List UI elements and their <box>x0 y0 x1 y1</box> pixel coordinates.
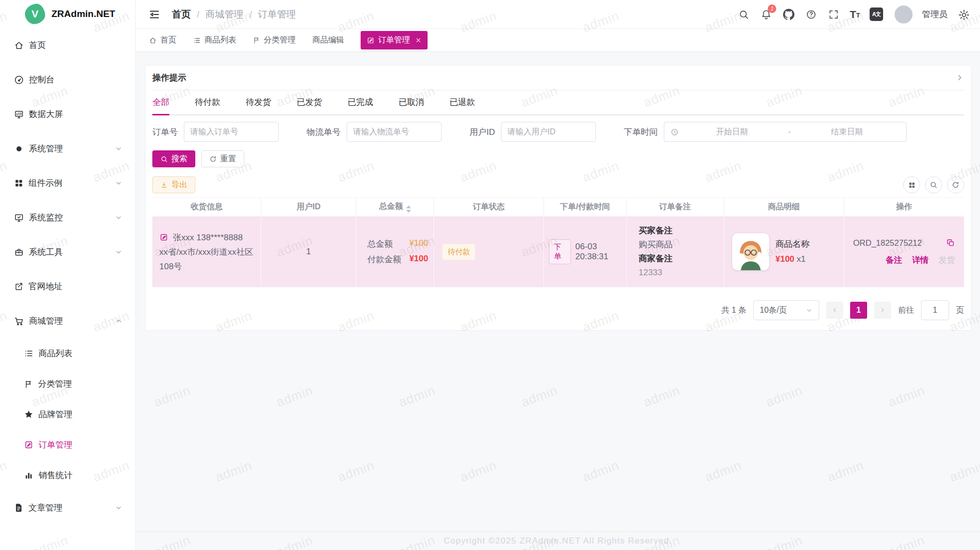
fullscreen-button[interactable] <box>827 8 840 21</box>
sidebar-item-brand[interactable]: 品牌管理 <box>0 399 135 430</box>
total-value: ¥100 <box>409 238 428 250</box>
tips-collapse-header[interactable]: 操作提示 <box>152 65 964 90</box>
tab-status-cancelled[interactable]: 已取消 <box>399 90 424 115</box>
note-action[interactable]: 备注 <box>886 255 902 266</box>
col-amount[interactable]: 总金额 <box>356 198 434 217</box>
sort-caret-icon[interactable] <box>406 205 411 213</box>
prev-page-button[interactable] <box>826 302 843 319</box>
help-button[interactable] <box>805 8 818 21</box>
github-button[interactable] <box>782 8 795 21</box>
edit-icon[interactable] <box>159 233 168 242</box>
breadcrumb-home[interactable]: 首页 <box>172 8 191 21</box>
sidebar-item-orders[interactable]: 订单管理 <box>0 430 135 460</box>
status-filter-tabs: 全部 待付款 待发货 已发货 已完成 已取消 已退款 <box>152 90 964 115</box>
tab-product-list[interactable]: 商品列表 <box>193 35 236 45</box>
sidebar-item-website[interactable]: 官网地址 <box>0 269 135 304</box>
chevron-down-icon <box>115 179 122 187</box>
time-cell: 下单 06-03 20:38:31 <box>549 239 621 264</box>
shipping-no-input[interactable] <box>347 122 442 142</box>
avatar[interactable] <box>895 5 913 23</box>
github-icon <box>783 8 795 20</box>
sidebar-item-product-list[interactable]: 商品列表 <box>0 338 135 369</box>
page-size-select[interactable]: 10条/页 <box>753 300 819 320</box>
tab-home[interactable]: 首页 <box>149 35 176 45</box>
detail-action[interactable]: 详情 <box>912 255 929 266</box>
sidebar-item-sales-stats[interactable]: 销售统计 <box>0 460 135 491</box>
footer: Copyright ©2025 ZRAdmin.NET All Rights R… <box>136 532 980 550</box>
tab-status-refunded[interactable]: 已退款 <box>450 90 475 115</box>
page-tabs-bar: 首页 商品列表 分类管理 商品编辑 订单管理 <box>136 29 980 52</box>
product-price: ¥100 <box>776 254 795 264</box>
sidebar-item-mall[interactable]: 商城管理 <box>0 304 135 338</box>
language-button[interactable]: A文 <box>870 7 883 21</box>
font-size-button[interactable]: TT <box>850 9 860 19</box>
product-avatar-illustration <box>732 233 769 270</box>
next-page-button[interactable] <box>874 302 891 319</box>
sidebar-item-system[interactable]: 系统管理 <box>0 131 135 166</box>
tab-status-completed[interactable]: 已完成 <box>348 90 373 115</box>
tab-status-unpaid[interactable]: 待付款 <box>195 90 220 115</box>
username[interactable]: 管理员 <box>922 8 948 20</box>
goto-page-input[interactable] <box>921 300 949 320</box>
refresh-icon <box>952 181 960 189</box>
chevron-down-icon <box>115 214 122 221</box>
refresh-icon <box>209 155 217 163</box>
close-icon[interactable] <box>415 37 422 43</box>
column-settings-button[interactable] <box>903 176 920 193</box>
sidebar-item-tools[interactable]: 系统工具 <box>0 235 135 269</box>
export-button[interactable]: 导出 <box>152 176 195 193</box>
sidebar-item-home[interactable]: 首页 <box>0 28 135 62</box>
components-icon <box>14 178 23 188</box>
toolbox-icon <box>14 247 24 257</box>
tab-status-unshipped[interactable]: 待发货 <box>246 90 271 115</box>
tab-category[interactable]: 分类管理 <box>253 35 296 45</box>
refresh-table-button[interactable] <box>947 176 964 193</box>
sidebar: V ZRAdmin.NET 首页 控制台 数据大屏 系统管理 组件示例 系统监控… <box>0 0 136 550</box>
reset-button[interactable]: 重置 <box>201 150 244 167</box>
form-actions: 搜索 重置 <box>152 150 964 167</box>
search-button[interactable] <box>737 8 750 21</box>
sidebar-item-articles[interactable]: 文章管理 <box>0 491 135 525</box>
user-id-value: 1 <box>266 247 351 257</box>
amount-cell: 总金额¥100 付款金额¥100 <box>361 238 429 265</box>
tab-orders[interactable]: 订单管理 <box>361 31 428 49</box>
col-status: 订单状态 <box>434 198 543 217</box>
app-logo[interactable]: V ZRAdmin.NET <box>0 0 135 28</box>
date-range-picker[interactable]: 开始日期 - 结束日期 <box>664 122 907 142</box>
clock-icon <box>670 128 679 136</box>
product-image[interactable] <box>732 233 769 270</box>
sidebar-item-category[interactable]: 分类管理 <box>0 369 135 399</box>
sidebar-collapse-button[interactable] <box>148 8 161 21</box>
home-icon <box>14 40 24 50</box>
search-form: 订单号 物流单号 用户ID 下单时间 开始日期 - <box>152 122 964 142</box>
copy-icon[interactable] <box>946 238 955 247</box>
seller-note: 12333 <box>639 266 719 280</box>
tab-status-all[interactable]: 全部 <box>152 90 169 115</box>
list-icon <box>24 349 33 358</box>
col-time: 下单/付款时间 <box>543 198 626 217</box>
tab-product-edit[interactable]: 商品编辑 <box>312 35 344 45</box>
col-product: 商品明细 <box>724 198 844 217</box>
font-size-icon: T <box>850 9 856 19</box>
sidebar-item-monitor[interactable]: 系统监控 <box>0 200 135 235</box>
settings-button[interactable] <box>957 8 970 21</box>
order-no-input[interactable] <box>184 122 279 142</box>
time-tag: 下单 <box>549 239 571 264</box>
pagination: 共 1 条 10条/页 1 前往 页 <box>152 300 964 320</box>
notifications-button[interactable]: 1 <box>760 8 773 21</box>
sidebar-item-data-screen[interactable]: 数据大屏 <box>0 97 135 131</box>
monitor-icon <box>14 213 24 223</box>
actions-cell: ORD_1825275212 备注 详情 发货 <box>849 238 959 266</box>
sidebar-item-components[interactable]: 组件示例 <box>0 166 135 200</box>
category-icon <box>253 36 260 44</box>
search-submit-button[interactable]: 搜索 <box>152 150 195 167</box>
chevron-down-icon <box>115 504 122 512</box>
table-header-row: 收货信息 用户ID 总金额 订单状态 下单/付款时间 订单备注 商品明细 操作 <box>152 198 964 217</box>
toggle-search-button[interactable] <box>925 176 942 193</box>
user-id-input[interactable] <box>501 122 596 142</box>
home-icon <box>149 36 157 44</box>
page-number-current[interactable]: 1 <box>850 302 867 319</box>
tab-status-shipped[interactable]: 已发货 <box>297 90 322 115</box>
sidebar-item-dashboard[interactable]: 控制台 <box>0 62 135 97</box>
user-id-label: 用户ID <box>470 126 495 138</box>
